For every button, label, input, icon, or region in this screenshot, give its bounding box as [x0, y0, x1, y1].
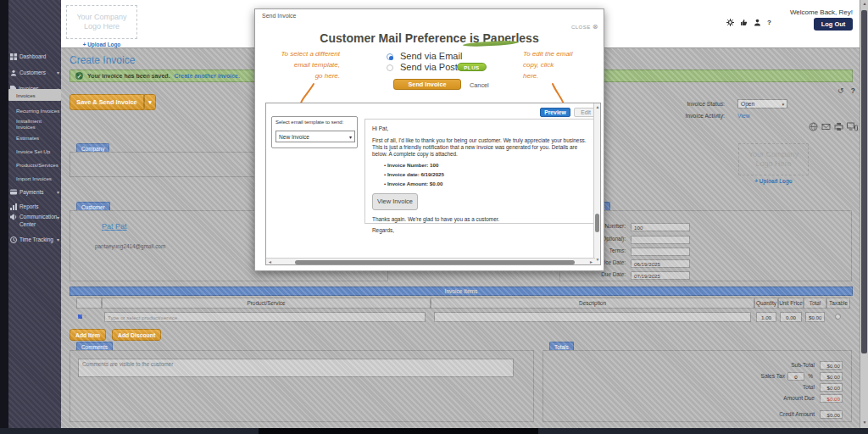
sidebar-subitem-installment-invoices[interactable]: Installment Invoices: [8, 118, 61, 130]
payments-icon: [10, 189, 17, 195]
invoice-activity-label: Invoice Activity:: [654, 113, 725, 119]
sidebar-item-dashboard[interactable]: Dashboard: [10, 51, 59, 62]
close-button[interactable]: CLOSE ⊗: [571, 23, 598, 31]
sidebar-subitem-import-invoices[interactable]: Import Invoices: [8, 172, 61, 184]
app-screen: Your Company Logo Here + Upload Logo Wel…: [0, 0, 868, 434]
po-number-input[interactable]: [631, 236, 690, 244]
sidebar-subitem-invoice-set-up[interactable]: Invoice Set Up: [8, 145, 61, 157]
invoice-logo-placeholder[interactable]: Your Company Logo Here: [738, 143, 809, 175]
sales-tax-label: Sales Tax: [761, 373, 785, 379]
company-logo-placeholder[interactable]: Your Company Logo Here: [66, 5, 137, 39]
preview-tab-button[interactable]: Preview: [540, 108, 570, 117]
invoice-status-value: Open: [741, 101, 754, 107]
chevron-down-icon: ▾: [57, 70, 59, 75]
row-drag-handle[interactable]: ↕: [78, 314, 86, 319]
add-item-button[interactable]: Add Item: [70, 329, 106, 341]
invoice-status-select[interactable]: Open▾: [737, 99, 787, 108]
taxable-column: Taxable: [826, 298, 850, 309]
page-scrollbar[interactable]: ▲ ▼: [860, 0, 868, 428]
invoice-date-input[interactable]: 06/19/2025: [631, 259, 690, 268]
preview-horizontal-scrollbar[interactable]: ◄ ►: [266, 258, 595, 264]
subtotal-label: Sub-Total: [791, 362, 815, 368]
amount-due-value: $0.00: [820, 394, 843, 403]
sidebar-item-label: Reports: [19, 203, 38, 209]
invoice-activity-view-link[interactable]: View: [737, 113, 750, 119]
create-another-invoice-link[interactable]: Create another invoice.: [175, 73, 240, 79]
globe-icon[interactable]: [809, 122, 818, 131]
gear-icon[interactable]: [726, 19, 734, 26]
vertical-scroll-thumb[interactable]: [595, 214, 599, 232]
sales-tax-input[interactable]: [787, 372, 804, 381]
help-icon[interactable]: ?: [851, 86, 856, 95]
scroll-left-icon[interactable]: ◄: [268, 260, 272, 264]
scroll-down-icon[interactable]: ▼: [596, 258, 600, 262]
chevron-down-icon: ▾: [349, 134, 352, 140]
unit-price-input[interactable]: [780, 312, 802, 322]
sidebar-item-communication-center[interactable]: Communication Center ▾: [10, 213, 59, 231]
sidebar-item-label: Communication Center: [19, 213, 50, 228]
email-icon[interactable]: [821, 122, 831, 131]
devices-icon[interactable]: [847, 122, 858, 131]
email-preview-pane: Select email template to send: New Invoi…: [265, 103, 601, 265]
sidebar-item-customers[interactable]: Customers ▾: [10, 67, 59, 78]
sidebar-item-time-tracking[interactable]: Time Tracking ▾: [10, 234, 59, 245]
cancel-link[interactable]: Cancel: [470, 81, 489, 89]
sidebar-item-payments[interactable]: Payments ▾: [10, 186, 59, 198]
sales-tax-value: $0.00: [820, 372, 843, 381]
sidebar-item-reports[interactable]: Reports: [10, 201, 59, 212]
email-paragraph: First of all, I'd like to thank you for …: [372, 137, 587, 158]
send-via-postal-radio[interactable]: [387, 64, 393, 71]
dashboard-icon: [10, 53, 17, 60]
send-via-email-label[interactable]: Send via Email: [400, 51, 462, 61]
sidebar-subitem-invoices[interactable]: Invoices: [8, 89, 61, 101]
sidebar-subitem-products-services[interactable]: Products/Services: [8, 159, 61, 170]
printer-icon[interactable]: [834, 122, 843, 131]
page-title: Create Invoice: [70, 54, 135, 66]
total-label: Total: [803, 384, 815, 390]
scroll-up-icon[interactable]: ▲: [596, 105, 600, 109]
help-icon[interactable]: ?: [767, 19, 771, 26]
taxable-checkbox[interactable]: [835, 314, 841, 320]
page-scroll-thumb[interactable]: [861, 10, 867, 353]
save-send-dropdown-button[interactable]: ▾: [144, 94, 156, 110]
email-closing: Thanks again. We're glad to have you as …: [372, 216, 587, 223]
sidebar-subitem-recurring-invoices[interactable]: Recurring Invoices: [8, 104, 61, 116]
add-discount-button[interactable]: Add Discount: [112, 329, 161, 341]
description-input[interactable]: [434, 312, 751, 322]
send-via-email-radio[interactable]: [387, 53, 393, 60]
template-select[interactable]: New Invoice▾: [275, 131, 355, 142]
logout-button[interactable]: Log Out: [814, 18, 853, 31]
invoice-items-header: Invoice Items: [70, 287, 853, 296]
thumbs-up-icon[interactable]: [740, 19, 748, 26]
scroll-right-icon[interactable]: ►: [589, 260, 593, 264]
comments-textarea[interactable]: [78, 359, 514, 377]
terms-input[interactable]: [631, 248, 690, 256]
customer-name-link[interactable]: Pat Pat: [102, 222, 127, 231]
invoice-number-input[interactable]: 100: [631, 223, 690, 231]
user-icon[interactable]: [754, 19, 761, 26]
sidebar-subitem-estimates[interactable]: Estimates: [8, 131, 61, 143]
upload-logo-link[interactable]: + Upload Logo: [66, 42, 137, 47]
send-invoice-button[interactable]: Send Invoice: [393, 79, 461, 90]
welcome-text: Welcome Back, Rey!: [790, 8, 853, 16]
undo-icon[interactable]: ↺: [837, 86, 844, 95]
horizontal-scroll-thumb[interactable]: [295, 260, 575, 264]
sidebar-edge: [0, 0, 8, 434]
template-value: New Invoice: [279, 134, 309, 140]
bullet-item: • Invoice Number: 100: [384, 162, 587, 169]
scroll-down-icon[interactable]: ▼: [863, 420, 867, 425]
quantity-input[interactable]: [756, 312, 776, 322]
invoice-upload-logo-link[interactable]: + Upload Logo: [738, 178, 809, 184]
scroll-up-icon[interactable]: ▲: [863, 2, 867, 6]
product-service-input[interactable]: [104, 312, 426, 322]
view-invoice-button[interactable]: View Invoice: [372, 193, 418, 210]
preview-vertical-scrollbar[interactable]: ▲ ▼: [593, 103, 600, 264]
email-signoff: Regards,: [372, 227, 587, 234]
due-date-label: Due Date:: [560, 271, 626, 277]
send-via-postal-label[interactable]: Send via Postal: [400, 62, 465, 72]
due-date-input[interactable]: 07/19/2025: [631, 271, 690, 280]
quantity-column: Quantity: [754, 298, 778, 309]
save-send-invoice-button[interactable]: Save & Send Invoice: [70, 94, 144, 110]
chevron-down-icon: ▾: [57, 189, 59, 195]
email-body: Hi Pat, First of all, I'd like to thank …: [364, 119, 595, 224]
